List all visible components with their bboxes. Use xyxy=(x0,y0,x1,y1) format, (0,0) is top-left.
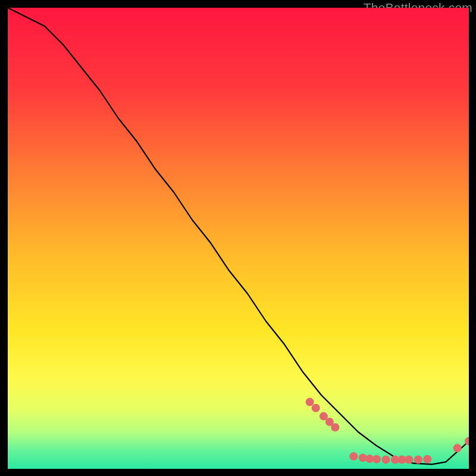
chart-frame: TheBottleneck.com xyxy=(8,8,469,469)
data-point xyxy=(423,455,431,464)
data-point xyxy=(312,404,320,412)
data-point xyxy=(453,444,462,452)
data-point xyxy=(382,456,390,464)
data-point xyxy=(306,398,314,406)
bottleneck-chart xyxy=(8,8,469,469)
data-point xyxy=(405,456,413,464)
data-point xyxy=(349,452,358,461)
data-point xyxy=(331,423,339,431)
data-point xyxy=(414,456,422,464)
data-point xyxy=(372,455,381,464)
gradient-background xyxy=(8,8,469,469)
